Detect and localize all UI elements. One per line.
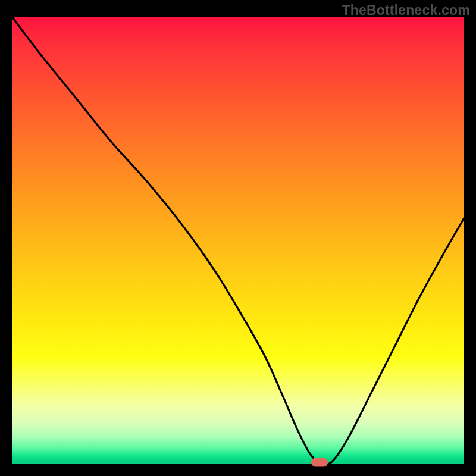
bottleneck-curve	[12, 17, 464, 464]
curve-path	[12, 17, 464, 464]
optimal-point-marker	[311, 458, 328, 467]
watermark-text: TheBottleneck.com	[342, 2, 470, 18]
chart-frame: TheBottleneck.com	[0, 0, 476, 476]
plot-area	[12, 17, 464, 464]
